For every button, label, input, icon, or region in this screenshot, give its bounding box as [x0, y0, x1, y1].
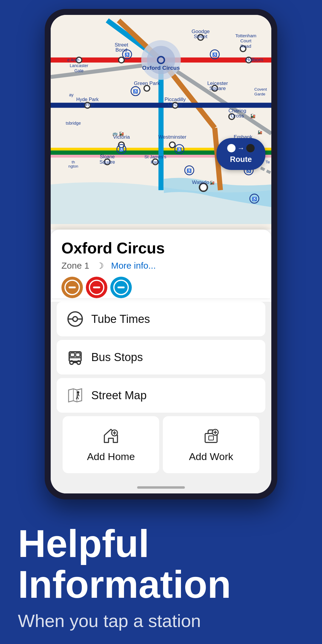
svg-text:ay: ay [69, 92, 74, 97]
svg-text:Gate: Gate [74, 68, 83, 73]
route-start-dot [227, 144, 236, 152]
svg-point-98 [70, 361, 73, 364]
svg-text:Te: Te [266, 160, 270, 164]
station-name: Oxford Circus [61, 239, 261, 257]
route-label: Route [230, 155, 252, 164]
svg-text:Square: Square [100, 159, 115, 165]
svg-text:Sloane: Sloane [100, 154, 115, 159]
street-map-icon [67, 388, 83, 403]
svg-text:Lancaster: Lancaster [70, 63, 89, 68]
svg-text:Park: Park [151, 160, 160, 165]
svg-point-92 [73, 317, 78, 321]
tube-times-item[interactable]: Tube Times [57, 302, 265, 336]
svg-text:♿: ♿ [125, 52, 130, 57]
helpful-line1: Helpful [18, 522, 149, 565]
bus-stops-label: Bus Stops [91, 351, 143, 364]
svg-text:Oxford Circus: Oxford Circus [142, 65, 180, 71]
menu-section: Tube Times [51, 302, 271, 493]
svg-point-27 [169, 142, 175, 148]
more-info-link[interactable]: More info... [111, 261, 156, 271]
svg-text:Road: Road [240, 44, 251, 49]
svg-point-17 [119, 57, 124, 63]
central-line-icon [86, 277, 107, 298]
svg-text:♿: ♿ [212, 52, 217, 57]
bus-stops-item[interactable]: Bus Stops [57, 340, 265, 374]
svg-text:Tottenham: Tottenham [235, 33, 256, 38]
svg-text:Street: Street [114, 42, 128, 48]
svg-text:th: th [72, 160, 75, 164]
add-work-icon [202, 427, 220, 446]
add-home-button[interactable]: Add Home [63, 416, 159, 473]
tube-times-label: Tube Times [91, 313, 150, 326]
home-bar [137, 486, 185, 489]
svg-text:tsbridge: tsbridge [66, 121, 81, 126]
svg-text:Covent: Covent [254, 87, 267, 92]
svg-text:St James's: St James's [144, 154, 166, 159]
svg-text:e Arch: e Arch [67, 58, 79, 62]
route-arrow-icon: → [237, 144, 244, 152]
svg-text:Hyde Park: Hyde Park [76, 97, 99, 102]
phone-mockup: ♿ ♿ ♿ ♿ ♿ ♿ ♿ ♿ Oxford Circus [45, 0, 277, 499]
svg-text:ngton: ngton [68, 164, 78, 168]
zone-label: Zone 1 [61, 261, 89, 271]
add-work-label: Add Work [189, 451, 233, 462]
svg-text:Circus: Circus [168, 102, 182, 107]
street-map-item[interactable]: Street Map [57, 378, 265, 413]
station-meta: Zone 1 ☽ More info... [61, 261, 261, 271]
victoria-line-icon [110, 277, 132, 298]
phone-screen: ♿ ♿ ♿ ♿ ♿ ♿ ♿ ♿ Oxford Circus [51, 15, 271, 493]
phone-frame: ♿ ♿ ♿ ♿ ♿ ♿ ♿ ♿ Oxford Circus [45, 9, 277, 499]
svg-text:♿: ♿ [119, 147, 124, 152]
add-home-icon [102, 427, 120, 446]
svg-point-99 [77, 361, 80, 364]
bus-stops-icon [67, 349, 83, 365]
station-card: Oxford Circus Zone 1 ☽ More info... [51, 230, 271, 298]
svg-text:Waterlo: Waterlo [192, 179, 209, 185]
svg-text:🚂: 🚂 [210, 180, 215, 185]
helpful-subtitle: When you tap a station [18, 611, 304, 631]
svg-text:Cross: Cross [231, 113, 244, 119]
line-icons [61, 277, 261, 298]
svg-rect-96 [70, 353, 75, 357]
svg-text:🚌: 🚌 [112, 131, 118, 136]
svg-text:🚂: 🚂 [257, 130, 262, 135]
map-section: ♿ ♿ ♿ ♿ ♿ ♿ ♿ ♿ Oxford Circus [51, 15, 271, 230]
action-row: Add Home [63, 416, 259, 473]
svg-rect-109 [209, 436, 213, 440]
svg-text:Square: Square [209, 86, 226, 91]
svg-text:Garde: Garde [254, 92, 265, 96]
svg-text:♿: ♿ [252, 196, 257, 202]
svg-text:♿: ♿ [187, 168, 192, 173]
street-map-label: Street Map [91, 389, 147, 402]
bottom-section: Helpful Information When you tap a stati… [0, 499, 322, 644]
add-home-label: Add Home [87, 451, 135, 462]
helpful-title: Helpful Information [18, 523, 304, 605]
tube-times-icon [67, 311, 83, 327]
svg-text:Holborn: Holborn [245, 57, 263, 63]
home-indicator [57, 482, 265, 493]
svg-rect-97 [76, 353, 80, 357]
bakerloo-line-icon [61, 277, 83, 298]
svg-text:Corner: Corner [80, 102, 95, 107]
svg-point-22 [144, 86, 150, 91]
svg-text:Bond: Bond [115, 47, 127, 53]
helpful-line2: Information [18, 563, 231, 606]
svg-text:Court: Court [240, 38, 252, 43]
svg-text:Green Park: Green Park [134, 80, 160, 86]
svg-text:♿: ♿ [177, 147, 182, 152]
svg-text:🚂: 🚂 [250, 113, 256, 119]
route-dots: → [227, 144, 255, 152]
route-button[interactable]: → Route [216, 138, 265, 170]
route-end-dot [246, 144, 255, 152]
night-mode-icon: ☽ [96, 261, 104, 271]
svg-text:Westminster: Westminster [158, 134, 187, 140]
svg-text:Street: Street [194, 34, 208, 39]
add-work-button[interactable]: Add Work [163, 416, 259, 473]
svg-text:🚂: 🚂 [119, 131, 124, 136]
svg-text:♿: ♿ [133, 89, 138, 94]
